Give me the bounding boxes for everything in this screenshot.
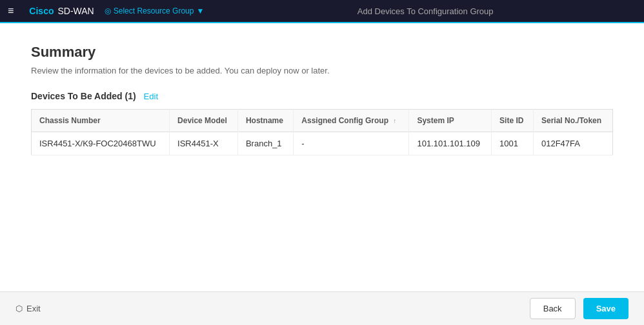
edit-link[interactable]: Edit — [144, 92, 158, 101]
cell-system_ip: 101.101.101.109 — [409, 132, 492, 155]
table-header-row: Chassis Number Device Model Hostname Ass… — [32, 110, 613, 132]
cell-serial: 012F47FA — [533, 132, 612, 155]
footer: ⬡ Exit Back Save — [0, 291, 644, 317]
col-model: Device Model — [170, 110, 238, 132]
resource-group-label: Select Resource Group — [114, 6, 194, 15]
exit-label: Exit — [26, 304, 41, 313]
hamburger-icon[interactable]: ≡ — [8, 5, 14, 17]
table-row: ISR4451-X/K9-FOC20468TWUISR4451-XBranch_… — [32, 132, 613, 155]
exit-icon: ⬡ — [15, 304, 23, 313]
col-system-ip: System IP — [409, 110, 492, 132]
col-site-id: Site ID — [492, 110, 534, 132]
sort-icon[interactable]: ↑ — [393, 117, 396, 124]
col-config-group: Assigned Config Group ↑ — [294, 110, 409, 132]
footer-buttons: Back Save — [530, 298, 629, 317]
page-breadcrumb-title: Add Devices To Configuration Group — [214, 6, 636, 16]
devices-table: Chassis Number Device Model Hostname Ass… — [31, 109, 613, 155]
exit-link[interactable]: ⬡ Exit — [15, 304, 41, 313]
resource-group-selector[interactable]: ◎ Select Resource Group ▼ — [105, 6, 205, 15]
app-logo: Cisco SD-WAN — [29, 6, 94, 16]
save-button[interactable]: Save — [583, 298, 629, 317]
top-navigation: ≡ Cisco SD-WAN ◎ Select Resource Group ▼… — [0, 0, 644, 23]
main-content: Summary Review the information for the d… — [0, 23, 644, 291]
section-title: Devices To Be Added (1) — [31, 91, 136, 101]
cisco-brand: Cisco — [29, 6, 54, 16]
cell-chassis: ISR4451-X/K9-FOC20468TWU — [32, 132, 170, 155]
section-header: Devices To Be Added (1) Edit — [31, 91, 613, 101]
sdwan-brand: SD-WAN — [57, 6, 94, 16]
cell-config_group: - — [294, 132, 409, 155]
page-title: Summary — [31, 44, 613, 61]
col-hostname: Hostname — [237, 110, 293, 132]
cell-hostname: Branch_1 — [237, 132, 293, 155]
col-serial: Serial No./Token — [533, 110, 612, 132]
chevron-down-icon: ▼ — [196, 6, 204, 15]
cell-model: ISR4451-X — [170, 132, 238, 155]
back-button[interactable]: Back — [530, 298, 576, 317]
cell-site_id: 1001 — [492, 132, 534, 155]
location-icon: ◎ — [105, 6, 111, 15]
page-subtitle: Review the information for the devices t… — [31, 66, 613, 75]
col-chassis: Chassis Number — [32, 110, 170, 132]
